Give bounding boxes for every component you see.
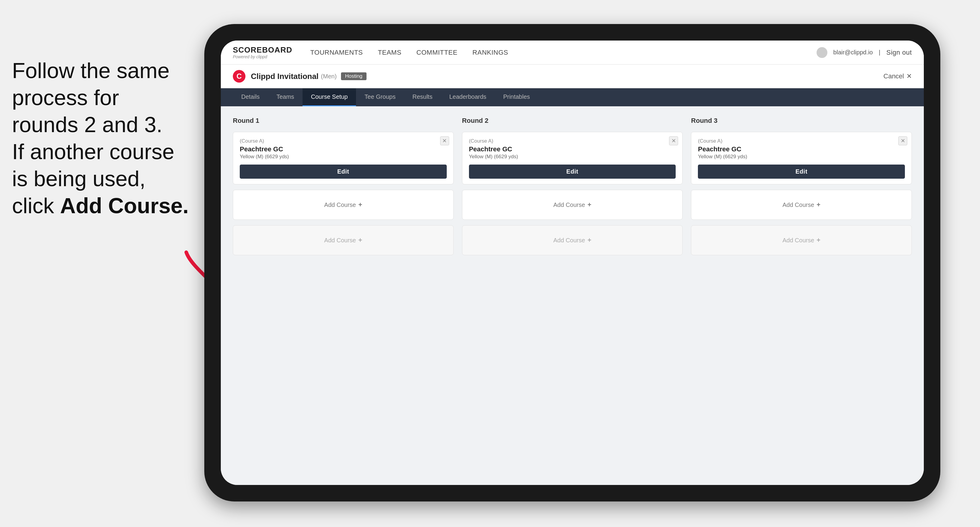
logo-sub: Powered by clippd [233, 54, 292, 59]
user-email: blair@clippd.io [834, 49, 873, 56]
instruction-line3: rounds 2 and 3. [12, 113, 162, 137]
round-3-add-course-2: Add Course + [691, 225, 912, 255]
round-3-add-icon-2: + [816, 237, 821, 244]
round-1-course-name: Peachtree GC [240, 145, 447, 153]
round-3-course-details: Yellow (M) (6629 yds) [698, 154, 905, 160]
round-2-add-course-text-1: Add Course + [554, 201, 591, 209]
round-2-course-label: (Course A) [469, 138, 676, 144]
tab-results[interactable]: Results [404, 88, 441, 106]
top-nav: SCOREBOARD Powered by clippd TOURNAMENTS… [221, 41, 924, 65]
round-3-course-label: (Course A) [698, 138, 905, 144]
cancel-icon: ✕ [907, 72, 912, 80]
instruction-line5: is being used, [12, 167, 145, 190]
tab-bar: Details Teams Course Setup Tee Groups Re… [221, 88, 924, 106]
avatar [816, 47, 827, 58]
logo-area: SCOREBOARD Powered by clippd [233, 46, 292, 59]
round-2-course-details: Yellow (M) (6629 yds) [469, 154, 676, 160]
tournament-badge: Hosting [341, 72, 367, 80]
round-2-add-course-2: Add Course + [462, 225, 683, 255]
round-2-add-course-text-2: Add Course + [554, 237, 591, 244]
round-2-delete-button[interactable]: ✕ [669, 137, 678, 145]
cancel-label: Cancel [884, 72, 904, 80]
nav-right: blair@clippd.io | Sign out [816, 47, 912, 58]
round-1-course-card: ✕ (Course A) Peachtree GC Yellow (M) (66… [233, 132, 453, 184]
round-1-column: Round 1 ✕ (Course A) Peachtree GC Yellow… [233, 117, 453, 255]
rounds-grid: Round 1 ✕ (Course A) Peachtree GC Yellow… [233, 117, 912, 255]
round-2-column: Round 2 ✕ (Course A) Peachtree GC Yellow… [462, 117, 683, 255]
nav-committee[interactable]: COMMITTEE [417, 47, 458, 58]
sub-header-logo: C [233, 70, 245, 83]
tablet-frame: SCOREBOARD Powered by clippd TOURNAMENTS… [204, 24, 940, 502]
round-1-add-course-text-1: Add Course + [324, 201, 362, 209]
round-1-add-course-text-2: Add Course + [324, 237, 362, 244]
nav-rankings[interactable]: RANKINGS [473, 47, 508, 58]
round-1-add-course-1[interactable]: Add Course + [233, 190, 453, 220]
sign-out-link[interactable]: Sign out [886, 47, 912, 58]
tab-tee-groups[interactable]: Tee Groups [356, 88, 404, 106]
nav-tournaments[interactable]: TOURNAMENTS [310, 47, 363, 58]
round-3-add-course-1[interactable]: Add Course + [691, 190, 912, 220]
round-2-course-card: ✕ (Course A) Peachtree GC Yellow (M) (66… [462, 132, 683, 184]
nav-teams[interactable]: TEAMS [378, 47, 401, 58]
round-1-add-course-2: Add Course + [233, 225, 453, 255]
round-2-edit-button[interactable]: Edit [469, 165, 676, 179]
round-3-header: Round 3 [691, 117, 912, 125]
round-2-header: Round 2 [462, 117, 683, 125]
round-1-delete-button[interactable]: ✕ [440, 137, 449, 145]
round-3-edit-button[interactable]: Edit [698, 165, 905, 179]
instruction-text: Follow the same process for rounds 2 and… [0, 48, 204, 228]
nav-links: TOURNAMENTS TEAMS COMMITTEE RANKINGS [310, 47, 816, 58]
separator: | [879, 49, 880, 56]
tab-course-setup[interactable]: Course Setup [302, 88, 356, 106]
instruction-line6-prefix: click [12, 194, 60, 218]
round-3-course-card: ✕ (Course A) Peachtree GC Yellow (M) (66… [691, 132, 912, 184]
instruction-line4: If another course [12, 140, 174, 163]
round-1-add-icon-2: + [358, 237, 362, 244]
round-1-edit-button[interactable]: Edit [240, 165, 447, 179]
round-3-course-name: Peachtree GC [698, 145, 905, 153]
main-content: Round 1 ✕ (Course A) Peachtree GC Yellow… [221, 106, 924, 485]
round-1-course-details: Yellow (M) (6629 yds) [240, 154, 447, 160]
app-container: SCOREBOARD Powered by clippd TOURNAMENTS… [221, 41, 924, 485]
tab-printables[interactable]: Printables [495, 88, 538, 106]
instruction-line1: Follow the same [12, 59, 169, 83]
round-2-add-icon-1: + [587, 201, 591, 209]
round-3-add-icon-1: + [816, 201, 821, 209]
instruction-line2: process for [12, 86, 119, 110]
tab-details[interactable]: Details [233, 88, 268, 106]
cancel-button[interactable]: Cancel ✕ [884, 72, 912, 80]
round-3-add-course-text-2: Add Course + [782, 237, 820, 244]
round-3-delete-button[interactable]: ✕ [898, 137, 907, 145]
logo-scoreboard: SCOREBOARD [233, 46, 292, 54]
tournament-sub: (Men) [321, 73, 336, 80]
tournament-name: Clippd Invitational [251, 72, 318, 81]
round-2-add-icon-2: + [587, 237, 591, 244]
round-1-header: Round 1 [233, 117, 453, 125]
round-2-course-name: Peachtree GC [469, 145, 676, 153]
tab-leaderboards[interactable]: Leaderboards [441, 88, 495, 106]
round-3-add-course-text-1: Add Course + [782, 201, 820, 209]
round-1-add-icon-1: + [358, 201, 362, 209]
instruction-line6-bold: Add Course. [60, 194, 189, 218]
tablet-screen: SCOREBOARD Powered by clippd TOURNAMENTS… [221, 41, 924, 485]
round-1-course-label: (Course A) [240, 138, 447, 144]
sub-header: C Clippd Invitational (Men) Hosting Canc… [221, 65, 924, 88]
tab-teams[interactable]: Teams [268, 88, 302, 106]
round-3-column: Round 3 ✕ (Course A) Peachtree GC Yellow… [691, 117, 912, 255]
round-2-add-course-1[interactable]: Add Course + [462, 190, 683, 220]
